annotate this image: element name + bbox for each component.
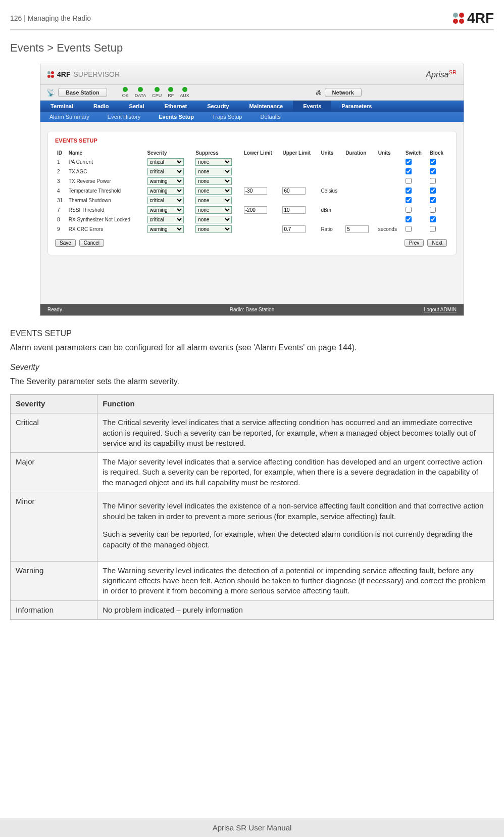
switch-checkbox[interactable] xyxy=(406,207,412,213)
ss-statusbar: 📡 Base Station OK DATA CPU RF AUX 🖧 Netw… xyxy=(40,84,464,101)
severity-select[interactable]: warning xyxy=(147,177,184,185)
nav-radio[interactable]: Radio xyxy=(83,101,119,112)
cell-units: dBm xyxy=(319,205,343,215)
suppress-select[interactable]: none xyxy=(195,225,232,233)
severity-select[interactable]: critical xyxy=(147,216,184,223)
cell-id: 1 xyxy=(55,157,67,167)
nav-serial[interactable]: Serial xyxy=(119,101,155,112)
cell-id: 7 xyxy=(55,205,67,215)
block-checkbox[interactable] xyxy=(430,216,436,222)
suppress-select[interactable]: none xyxy=(195,177,232,185)
switch-checkbox[interactable] xyxy=(406,178,412,184)
upper-input[interactable] xyxy=(282,206,306,214)
severity-select[interactable]: warning xyxy=(147,187,184,195)
page-section: Managing the Radio xyxy=(28,14,91,22)
block-checkbox[interactable] xyxy=(430,188,436,194)
suppress-select[interactable]: none xyxy=(195,168,232,175)
upper-input[interactable] xyxy=(282,225,306,233)
nav-events[interactable]: Events xyxy=(293,101,331,112)
events-setup-heading: EVENTS SETUP xyxy=(10,329,494,338)
nav-parameters[interactable]: Parameters xyxy=(331,101,382,112)
suppress-select[interactable]: none xyxy=(195,158,232,166)
switch-checkbox[interactable] xyxy=(406,226,412,232)
prev-button[interactable]: Prev xyxy=(405,239,424,247)
switch-checkbox[interactable] xyxy=(406,216,412,222)
status-center: Radio: Base Station xyxy=(230,307,274,312)
nav-ethernet[interactable]: Ethernet xyxy=(155,101,197,112)
severity-select[interactable]: critical xyxy=(147,158,184,166)
switch-checkbox[interactable] xyxy=(406,197,412,203)
base-station-button[interactable]: Base Station xyxy=(58,88,107,97)
lower-input[interactable] xyxy=(244,206,267,214)
page-header: 126 | Managing the Radio 4RF xyxy=(10,10,494,30)
switch-checkbox[interactable] xyxy=(406,159,412,165)
subnav-event-history[interactable]: Event History xyxy=(98,112,149,122)
suppress-select[interactable]: none xyxy=(195,206,232,214)
suppress-select[interactable]: none xyxy=(195,187,232,195)
nav-terminal[interactable]: Terminal xyxy=(40,101,83,112)
cell-name: RX CRC Errors xyxy=(67,224,145,234)
subnav-traps-setup[interactable]: Traps Setup xyxy=(203,112,251,122)
table-row: 9RX CRC ErrorswarningnoneRatioseconds xyxy=(55,224,449,234)
severity-select[interactable]: critical xyxy=(147,197,184,204)
subnav-events-setup[interactable]: Events Setup xyxy=(149,112,203,122)
severity-heading: Severity xyxy=(10,363,494,372)
subnav-defaults[interactable]: Defaults xyxy=(251,112,289,122)
cell-name: Temperature Threshold xyxy=(67,186,145,196)
cell-units2 xyxy=(376,186,404,196)
col-duration: Duration xyxy=(343,149,376,157)
cell-units: Ratio xyxy=(319,224,343,234)
ss-brand: 4RF SUPERVISOR xyxy=(47,70,120,78)
table-row: 8RX Synthesizer Not Lockedcriticalnone xyxy=(55,215,449,224)
severity-text: The Severity parameter sets the alarm se… xyxy=(10,376,494,387)
col-block: Block xyxy=(428,149,449,157)
col-severity: Severity xyxy=(145,149,194,157)
next-button[interactable]: Next xyxy=(427,239,447,247)
cell-units xyxy=(319,157,343,167)
led-cpu: CPU xyxy=(152,87,162,98)
supervisor-screenshot: 4RF SUPERVISOR AprisaSR 📡 Base Station O… xyxy=(40,64,464,316)
col-units2: Units xyxy=(376,149,404,157)
block-checkbox[interactable] xyxy=(430,207,436,213)
switch-checkbox[interactable] xyxy=(406,188,412,194)
ss-subnav: Alarm Summary Event History Events Setup… xyxy=(40,112,464,122)
sev-minor: Minor xyxy=(11,492,97,561)
severity-select[interactable]: warning xyxy=(147,206,184,214)
page-header-left: 126 | Managing the Radio xyxy=(10,14,91,22)
duration-input[interactable] xyxy=(345,225,369,233)
block-checkbox[interactable] xyxy=(430,178,436,184)
suppress-select[interactable]: none xyxy=(195,216,232,223)
table-row: Information No problem indicated – purel… xyxy=(11,600,494,619)
cancel-button[interactable]: Cancel xyxy=(79,239,104,247)
block-checkbox[interactable] xyxy=(430,159,436,165)
block-checkbox[interactable] xyxy=(430,168,436,174)
brand-logo: 4RF xyxy=(453,10,494,26)
ss-header: 4RF SUPERVISOR AprisaSR xyxy=(40,64,464,84)
ss-brand-dots-icon xyxy=(47,71,54,78)
col-upper: Upper Limit xyxy=(280,149,319,157)
nav-security[interactable]: Security xyxy=(197,101,239,112)
save-button[interactable]: Save xyxy=(55,239,76,247)
suppress-select[interactable]: none xyxy=(195,197,232,204)
cell-units2 xyxy=(376,215,404,224)
cell-id: 3 xyxy=(55,176,67,186)
led-ok: OK xyxy=(122,87,129,98)
network-button[interactable]: Network xyxy=(325,88,362,97)
upper-input[interactable] xyxy=(282,187,306,195)
sev-critical: Critical xyxy=(11,413,97,453)
block-checkbox[interactable] xyxy=(430,226,436,232)
block-checkbox[interactable] xyxy=(430,197,436,203)
body-text: EVENTS SETUP Alarm event parameters can … xyxy=(10,329,494,620)
severity-select[interactable]: warning xyxy=(147,225,184,233)
cell-units xyxy=(319,196,343,205)
logout-link[interactable]: Logout ADMIN xyxy=(424,307,457,312)
cell-id: 4 xyxy=(55,186,67,196)
nav-maintenance[interactable]: Maintenance xyxy=(239,101,293,112)
sev-warning: Warning xyxy=(11,561,97,600)
status-ready: Ready xyxy=(47,307,62,312)
subnav-alarm-summary[interactable]: Alarm Summary xyxy=(40,112,98,122)
switch-checkbox[interactable] xyxy=(406,168,412,174)
severity-select[interactable]: critical xyxy=(147,168,184,175)
lower-input[interactable] xyxy=(244,187,267,195)
table-row: 2TX AGCcriticalnone xyxy=(55,167,449,176)
